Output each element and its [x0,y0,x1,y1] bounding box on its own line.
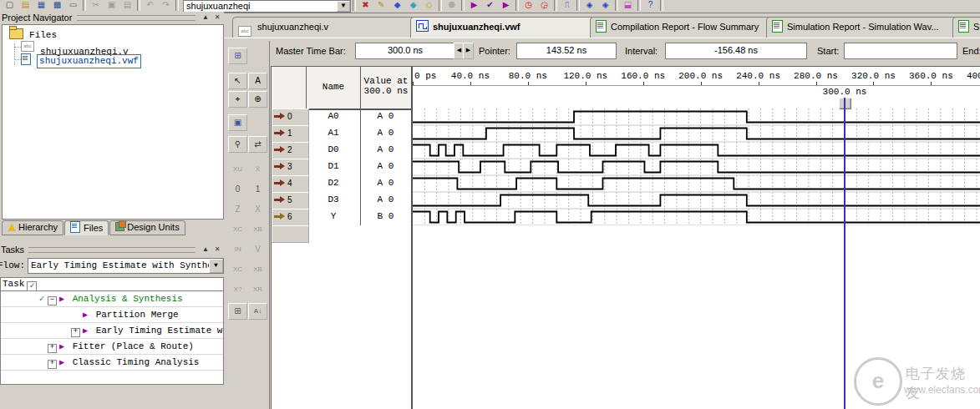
navigator-tab-hierarchy[interactable]: Hierarchy [2,220,63,235]
magnifier-icon[interactable]: ⊕ [248,91,267,108]
spin-right-icon[interactable]: ▶ [463,43,474,59]
tasks-titlebar[interactable]: Tasks ▲ ✕ [0,244,224,255]
collapse-icon[interactable]: − [48,296,57,305]
expand-icon[interactable]: + [71,328,80,337]
count-value-icon[interactable]: XC [228,221,247,238]
waveform-A0[interactable] [413,109,980,125]
document-tab[interactable]: S [952,17,980,38]
new-file-icon[interactable]: ▢ [3,0,17,11]
run-task-icon[interactable]: ▶ [59,295,64,304]
undo-icon[interactable]: ↶ [143,0,157,11]
arbitrary-icon[interactable]: V [248,241,267,258]
collapse-panel-icon[interactable]: ▲ [201,245,211,255]
row-selector-D1[interactable]: 3 [272,159,309,176]
chevron-down-icon[interactable]: ▼ [209,259,223,273]
signal-name[interactable]: Y [307,209,360,225]
clock-value-icon[interactable]: XB [248,221,267,238]
document-tab[interactable]: shujuxuanzheqi.vwf [410,17,596,38]
row-selector-D3[interactable]: 5 [272,192,309,210]
start-analysis-icon[interactable]: ✔ [483,0,497,11]
assignment-editor-icon[interactable]: ◆ [390,0,404,11]
tree-root-files[interactable]: Files [3,28,223,41]
task-row[interactable]: +▶ Early Timing Estimate with S [1,323,223,339]
row-selector-A1[interactable]: 1 [272,125,309,143]
count-icon[interactable]: XC [228,261,247,278]
expand-icon[interactable]: + [48,344,57,353]
text-tool-icon[interactable]: A [248,73,267,89]
selection-tool-icon[interactable]: ↖ [228,73,247,89]
query-value-icon[interactable]: X? [228,281,247,298]
tree-item-v-file[interactable]: abcv shujuxuanzheqi.v [3,41,223,53]
waveform-D0[interactable] [413,142,980,159]
row-selector-D0[interactable]: 2 [272,142,309,159]
waveform-D2[interactable] [413,175,980,192]
find-icon[interactable]: ⚲ [228,136,247,153]
compile-partial-icon[interactable]: ▶ [499,0,513,11]
uncertain-value-icon[interactable]: XU [228,161,247,178]
bus-value-icon[interactable]: XB [248,261,267,278]
tree-item-vwf-file[interactable]: shujuxuanzheqi.vwf [3,53,223,66]
settings-icon[interactable]: ✖ [358,0,373,11]
master-time-cursor-line[interactable] [844,98,845,409]
signal-name[interactable]: D2 [307,175,360,191]
timing-analyzer-icon[interactable]: ◶ [537,0,551,11]
flow-select[interactable]: Early Timing Estimate with Synthesis ▼ [28,258,224,274]
row-selector-empty[interactable] [272,225,309,243]
run-task-icon[interactable]: ▶ [59,358,64,367]
system-console-icon[interactable]: ⬓ [621,0,635,11]
save-all-icon[interactable]: ▩ [50,0,64,11]
sort-icon[interactable]: A↓ [248,303,267,320]
master-time-bar-value[interactable]: 300.0 ns [355,43,455,59]
waveform-editor-icon[interactable]: ⎍ [560,0,574,11]
task-row[interactable]: ✓−▶ Analysis & Synthesis [1,291,223,307]
waveform-D1[interactable] [413,159,980,175]
chevron-down-icon[interactable]: ▼ [337,1,350,12]
row-selector-Y[interactable]: 6 [272,209,309,226]
waveform-D3[interactable] [413,192,980,209]
document-tab[interactable]: Simulation Report - Simulation Wav... [766,17,958,38]
close-panel-icon[interactable]: ✕ [212,245,222,255]
force-low-icon[interactable]: 0 [228,181,247,198]
project-navigator-titlebar[interactable]: Project Navigator ▲ ✕ [0,12,224,23]
print-icon[interactable]: ▭ [66,0,80,11]
expand-icon[interactable]: + [48,360,57,369]
waveform-A1[interactable] [413,125,980,142]
edit-icon[interactable]: ✎ [374,0,388,11]
cut-icon[interactable]: ✂ [89,0,103,11]
full-screen-icon[interactable]: ▣ [228,114,247,131]
group-icon[interactable]: ⊞ [228,303,247,320]
run-task-icon[interactable]: ▶ [83,326,88,336]
timequest-icon[interactable]: ◷ [521,0,536,11]
timing-closure-icon[interactable]: ◇ [422,0,436,11]
invert-value-icon[interactable]: X̄ [248,161,267,178]
help-icon[interactable]: ? [643,0,658,11]
close-panel-icon[interactable]: ✕ [212,13,222,23]
redo-icon[interactable]: ↷ [159,0,173,11]
task-row[interactable]: +▶ Fitter (Place & Route) [1,339,223,355]
run-task-icon[interactable]: ▶ [83,311,88,320]
start-value[interactable] [844,43,957,59]
signal-name[interactable]: D0 [307,142,360,158]
navigator-tab-files[interactable]: Files [64,220,109,235]
row-selector-D2[interactable]: 4 [272,175,309,193]
copy-icon[interactable]: ▣ [104,0,119,11]
save-icon[interactable]: ▦ [34,0,48,11]
programmer-icon[interactable]: ◈ [582,0,597,11]
dont-care-icon[interactable]: X [248,201,267,218]
force-high-icon[interactable]: 1 [248,181,267,198]
document-tab[interactable]: abc shujuxuanzheqi.v [232,17,416,38]
run-task-icon[interactable]: ▶ [59,342,64,351]
new-window-icon[interactable]: ⊞ [228,48,247,64]
navigator-tab-design-units[interactable]: Design Units [109,220,185,235]
project-select[interactable]: shujuxuanzheqi ▼ [183,0,351,13]
signal-tap-icon[interactable]: ◈ [598,0,612,11]
signal-name[interactable]: D3 [307,192,360,208]
open-file-icon[interactable]: ▤ [18,0,33,11]
signal-name[interactable]: A1 [307,125,360,141]
signal-name[interactable]: D1 [307,159,360,174]
waveform-Y[interactable] [413,209,980,225]
stop-icon[interactable]: ⬣ [444,0,459,11]
signal-name[interactable]: A0 [307,109,360,124]
task-row[interactable]: ▶ Partition Merge [1,307,223,323]
task-row[interactable]: +▶ Classic Timing Analysis [1,355,223,371]
